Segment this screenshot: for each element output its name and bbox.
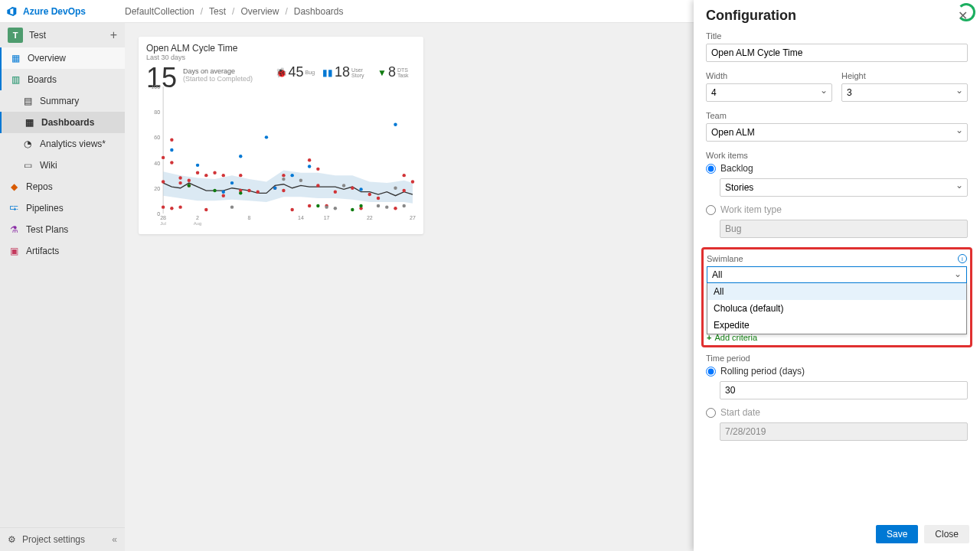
add-criteria-button[interactable]: + Add criteria [707,333,967,342]
cycle-time-chart: 02040608010028Jul2Aug814172227 [146,84,416,228]
swimlane-highlight: Swimlane i All ⌄ All Choluca (default) E… [701,247,972,347]
height-select[interactable] [841,83,968,102]
radio-startdate[interactable]: Start date [706,407,968,418]
radio-backlog-input[interactable] [706,164,716,174]
sidebar-item-label: Overview [28,53,66,64]
svg-point-19 [162,205,165,208]
radio-wit-input[interactable] [706,205,716,215]
pill-label: DTS Task [397,67,416,78]
svg-text:2: 2 [196,215,199,220]
sidebar-item-summary[interactable]: ▤ Summary [0,90,125,112]
sidebar-item-wiki[interactable]: ▭ Wiki [0,155,125,176]
svg-text:28: 28 [160,215,166,220]
info-icon[interactable]: i [958,254,967,263]
svg-point-82 [403,204,406,207]
svg-point-60 [239,155,242,158]
svg-point-77 [334,207,337,210]
sidebar-item-overview[interactable]: ▦ Overview [0,47,125,69]
breadcrumb-sep: / [201,6,203,17]
svg-text:20: 20 [154,186,160,191]
sidebar-footer-label: Project settings [22,534,85,545]
svg-point-47 [334,191,337,194]
sidebar-item-label: Summary [40,96,79,106]
logo-group[interactable]: Azure DevOps [6,5,125,18]
svg-point-81 [394,187,397,190]
radio-backlog[interactable]: Backlog [706,163,968,174]
sidebar-item-analytics[interactable]: ◔ Analytics views* [0,133,125,155]
breadcrumb-item[interactable]: Dashboards [294,6,344,17]
svg-point-65 [359,187,362,191]
svg-point-54 [403,189,406,192]
radio-rolling-input[interactable] [706,367,716,377]
plus-icon: + [707,333,711,342]
radio-startdate-input[interactable] [706,408,716,418]
sidebar-item-boards[interactable]: ▥ Boards [0,69,125,90]
radio-workitemtype[interactable]: Work item type [706,204,968,215]
svg-point-28 [196,171,199,174]
sidebar-footer[interactable]: ⚙ Project settings « [0,527,125,551]
svg-point-62 [273,187,276,190]
swimlane-option[interactable]: All [707,283,966,300]
radio-rolling[interactable]: Rolling period (days) [706,366,968,377]
nav: ▦ Overview ▥ Boards ▤ Summary ▦ Dashboar… [0,47,125,262]
brand-text: Azure DevOps [23,6,86,17]
svg-point-61 [265,135,268,139]
swimlane-value: All [712,269,722,280]
svg-point-68 [213,189,216,192]
svg-point-17 [162,156,165,159]
swimlane-text: Swimlane [707,254,743,263]
team-select[interactable] [706,123,968,142]
avatar[interactable] [957,3,975,21]
svg-point-76 [325,205,328,208]
collapse-icon[interactable]: « [112,534,117,545]
sidebar-item-artifacts[interactable]: ▣ Artifacts [0,240,125,262]
width-select[interactable] [706,83,832,102]
sidebar-item-repos[interactable]: ◆ Repos [0,176,125,197]
pill-num: 8 [388,64,396,80]
label-title: Title [706,31,968,41]
add-button[interactable]: + [110,28,117,42]
title-input[interactable] [706,44,968,62]
breadcrumb-item[interactable]: Test [209,6,226,17]
save-button[interactable]: Save [876,525,918,543]
svg-text:Aug: Aug [194,221,202,226]
project-row[interactable]: T Test + [0,23,125,47]
label-height: Height [841,71,968,80]
pill-label: User Story [351,67,370,78]
sidebar-item-label: Test Plans [26,224,68,235]
sidebar-item-testplans[interactable]: ⚗ Test Plans [0,219,125,240]
sidebar-item-label: Pipelines [26,203,64,214]
add-criteria-label: Add criteria [714,333,757,342]
radio-startdate-label: Start date [720,407,760,418]
sidebar-item-pipelines[interactable]: ⮓ Pipelines [0,197,125,219]
svg-point-75 [299,179,302,182]
svg-point-78 [342,184,345,187]
svg-point-55 [411,180,414,183]
sidebar-item-dashboards[interactable]: ▦ Dashboards [0,112,125,133]
breadcrumb-item[interactable]: Overview [240,6,279,17]
widget-desc: Days on average (Started to Completed) [183,67,253,83]
svg-point-18 [162,180,165,183]
svg-point-41 [290,208,293,211]
breadcrumb-item[interactable]: DefaultCollection [125,6,194,17]
backlog-select[interactable] [720,178,968,197]
boards-icon: ▥ [9,73,21,86]
svg-point-59 [230,181,234,184]
svg-point-71 [351,208,354,211]
swimlane-select[interactable]: All ⌄ [707,266,967,283]
overview-icon: ▦ [9,52,21,64]
cycle-time-widget[interactable]: Open ALM Cycle Time Last 30 days 15 Days… [139,37,423,234]
label-width: Width [706,71,832,80]
sidebar-item-label: Repos [26,181,53,192]
svg-point-79 [377,204,380,207]
svg-point-42 [308,158,311,161]
pipelines-icon: ⮓ [8,202,20,214]
swimlane-option[interactable]: Expedite [707,317,966,334]
svg-point-22 [170,207,173,210]
svg-point-26 [188,179,191,182]
close-button[interactable]: Close [924,525,969,543]
dashboards-icon: ▦ [23,116,35,129]
svg-text:40: 40 [154,161,160,166]
swimlane-option[interactable]: Choluca (default) [707,300,966,317]
rolling-input[interactable] [720,381,968,399]
